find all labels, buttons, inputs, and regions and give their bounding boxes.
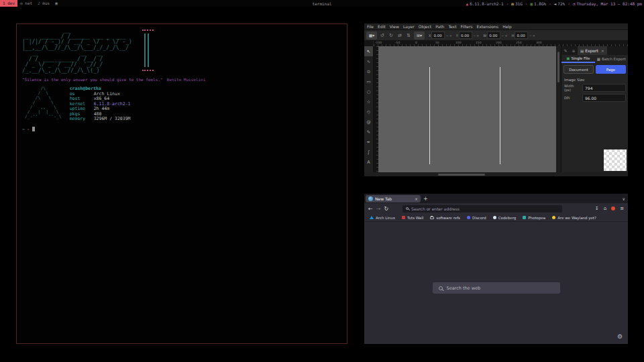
bookmark-arch-linux[interactable]: Arch Linux bbox=[370, 216, 395, 220]
selector-tool[interactable]: ↖ bbox=[364, 46, 373, 56]
rectangle-tool[interactable]: ▭ bbox=[364, 76, 373, 86]
home-icon[interactable]: ⌂ bbox=[604, 206, 606, 211]
node-tool[interactable]: ∿ bbox=[364, 56, 373, 66]
menu-help[interactable]: Help bbox=[502, 24, 512, 29]
terminal-window[interactable]: __ _ _____ / /______ __ _ ___ | |/|/ / -… bbox=[16, 23, 347, 344]
field-h-input[interactable]: 0.00 bbox=[515, 32, 528, 39]
menu-view[interactable]: View bbox=[390, 24, 399, 29]
new-tab-button[interactable]: + bbox=[423, 196, 428, 202]
status-bar: 1 dev◎ net♪ mus▣ terminal ▲6.11.8-arch2-… bbox=[0, 0, 644, 7]
tab-batch-export[interactable]: ▦Batch Export bbox=[595, 55, 629, 63]
box-3d-tool[interactable]: ◇ bbox=[364, 107, 373, 117]
flip-horizontal-icon[interactable]: ⇄ bbox=[396, 33, 403, 38]
bookmark-discord[interactable]: Discord bbox=[467, 216, 486, 220]
increment-icon[interactable]: + bbox=[504, 34, 507, 38]
search-icon bbox=[439, 286, 443, 290]
increment-icon[interactable]: + bbox=[533, 34, 535, 38]
menu-icon[interactable]: ≡ bbox=[620, 206, 624, 211]
bookmark-codeberg[interactable]: Codeberg bbox=[493, 216, 517, 220]
downloads-icon[interactable]: ↧ bbox=[595, 206, 599, 211]
export-scope-buttons: DocumentPage bbox=[561, 63, 628, 76]
recording-indicator-icon[interactable] bbox=[611, 206, 615, 210]
back-icon[interactable]: ← bbox=[368, 206, 373, 212]
calligraphy-tool[interactable]: ∫ bbox=[364, 147, 373, 157]
field-w-input[interactable]: 0.00 bbox=[487, 32, 500, 39]
field-x-input[interactable]: 0.00 bbox=[431, 32, 445, 39]
menu-filters[interactable]: Filters bbox=[461, 24, 473, 29]
dpi-input[interactable]: 96.00 bbox=[582, 94, 626, 102]
menu-file[interactable]: File bbox=[367, 24, 374, 29]
increment-icon[interactable]: + bbox=[449, 34, 452, 38]
decrement-icon[interactable]: − bbox=[445, 34, 448, 38]
workspace-net[interactable]: ◎ net bbox=[17, 0, 35, 7]
workspace-mus[interactable]: ♪ mus bbox=[35, 0, 52, 7]
bookmark-label: Arch Linux bbox=[376, 216, 395, 220]
browser-tab-new-tab[interactable]: New Tab × bbox=[366, 195, 421, 202]
reload-icon[interactable]: ↻ bbox=[384, 206, 388, 212]
dpi-label: DPI bbox=[564, 96, 580, 100]
web-search-box[interactable]: Search the web bbox=[433, 282, 560, 294]
export-dock-tab[interactable]: ▤ Export × bbox=[578, 46, 607, 55]
browser-window[interactable]: New Tab × + ∨ ← → ↻ Search or enter addr… bbox=[364, 194, 628, 344]
shape-builder-tool[interactable]: ⊙ bbox=[364, 66, 373, 76]
inkscape-canvas[interactable] bbox=[378, 46, 556, 172]
increment-icon[interactable]: + bbox=[476, 34, 479, 38]
flip-vertical-icon[interactable]: ⇅ bbox=[405, 33, 412, 38]
folder-bookmark-icon bbox=[430, 217, 434, 219]
inkscape-tool-controls: ▦▾↺↻⇄⇅⊞▾X0.00−+Y0.00−+W0.00−+H0.00−+ bbox=[364, 29, 628, 41]
menu-edit[interactable]: Edit bbox=[378, 24, 386, 29]
memory-icon: ▥ bbox=[530, 1, 533, 6]
image-size-label: Image Size bbox=[564, 78, 628, 82]
decrement-icon[interactable]: − bbox=[529, 34, 531, 38]
module-arch-kernel-value: 6.11.8-arch2-1 bbox=[470, 1, 504, 6]
menu-path[interactable]: Path bbox=[435, 24, 444, 29]
menu-text[interactable]: Text bbox=[448, 24, 456, 29]
personalize-gear-icon[interactable]: ⚙ bbox=[617, 333, 623, 340]
tab-label: Single File bbox=[571, 56, 590, 60]
decrement-icon[interactable]: − bbox=[473, 34, 476, 38]
pencil-tool[interactable]: ✎ bbox=[364, 127, 373, 137]
bookmark-photopea[interactable]: Photopea bbox=[523, 216, 545, 220]
edit-dock-icon[interactable]: ✎ bbox=[561, 48, 570, 53]
field-y-input[interactable]: 0.00 bbox=[459, 32, 472, 39]
rotate-ccw-icon[interactable]: ↺ bbox=[379, 33, 386, 38]
workspace-4[interactable]: ▣ bbox=[52, 0, 60, 7]
selection-mode-dropdown[interactable]: ▦▾ bbox=[366, 32, 377, 40]
document-button[interactable]: Document bbox=[564, 65, 594, 74]
canvas-vertical-scrollbar[interactable] bbox=[556, 46, 561, 172]
menu-object[interactable]: Object bbox=[419, 24, 432, 29]
menu-extensions[interactable]: Extensions bbox=[477, 24, 499, 29]
spiral-tool[interactable]: @ bbox=[364, 117, 373, 127]
canvas-horizontal-scrollbar[interactable] bbox=[364, 172, 628, 176]
bookmarks-bar: Arch LinuxTuts Wallsoftware refsDiscordC… bbox=[364, 214, 628, 222]
text-tool[interactable]: A bbox=[364, 157, 373, 167]
module-clock-value: Thursday, Mar 13 — 02:48 pm bbox=[576, 1, 642, 6]
forward-icon[interactable]: → bbox=[376, 206, 381, 212]
scrollbar-thumb[interactable] bbox=[438, 174, 485, 176]
ruler-strip: -100-50050100150200250300 bbox=[374, 41, 628, 46]
rotate-cw-icon[interactable]: ↻ bbox=[388, 33, 394, 38]
tab-single-file[interactable]: ▣Single File bbox=[561, 55, 595, 63]
close-icon[interactable]: × bbox=[601, 48, 604, 53]
scrollbar-thumb[interactable] bbox=[557, 52, 559, 82]
fetch-value: 3296M / 32039M bbox=[94, 116, 131, 121]
align-dropdown[interactable]: ⊞▾ bbox=[414, 32, 425, 40]
shell-prompt[interactable]: ~› bbox=[22, 127, 341, 132]
bookmark-software-refs[interactable]: software refs bbox=[430, 216, 460, 220]
bookmark-are-we-wayland-yet-[interactable]: Are we Wayland yet? bbox=[552, 216, 596, 220]
layers-dock-icon[interactable]: ≡ bbox=[570, 48, 578, 53]
star-tool[interactable]: ☆ bbox=[364, 97, 373, 107]
tab-close-icon[interactable]: × bbox=[415, 196, 418, 201]
workspace-1-dev[interactable]: 1 dev bbox=[0, 0, 17, 7]
page-button[interactable]: Page bbox=[596, 65, 626, 74]
menu-layer[interactable]: Layer bbox=[403, 24, 415, 29]
bookmark-tuts-wall[interactable]: Tuts Wall bbox=[402, 216, 423, 220]
ellipse-tool[interactable]: ○ bbox=[364, 86, 373, 97]
decrement-icon[interactable]: − bbox=[501, 34, 504, 38]
inkscape-window[interactable]: FileEditViewLayerObjectPathTextFiltersEx… bbox=[364, 23, 628, 176]
width-input[interactable]: 794 bbox=[582, 84, 626, 92]
address-bar[interactable]: Search or enter address bbox=[402, 205, 562, 213]
bookmark-label: software refs bbox=[436, 216, 460, 220]
pen-tool[interactable]: ✒ bbox=[364, 137, 373, 147]
list-all-tabs-icon[interactable]: ∨ bbox=[623, 196, 625, 201]
